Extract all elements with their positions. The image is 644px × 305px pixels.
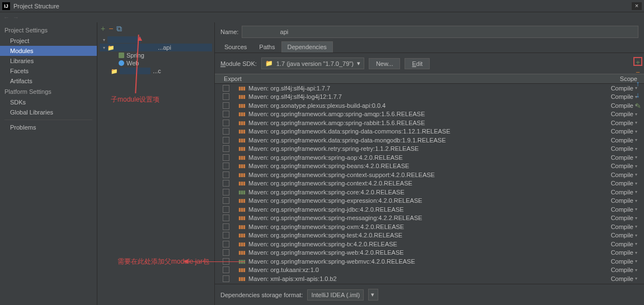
sidebar-item-problems[interactable]: Problems bbox=[0, 122, 97, 132]
dependency-row[interactable]: ▮▮▮Maven: org.springframework:spring-oxm… bbox=[215, 222, 644, 231]
export-checkbox[interactable] bbox=[223, 154, 229, 161]
dependency-row[interactable]: ▮▮▮Maven: org.springframework:spring-exp… bbox=[215, 197, 644, 206]
scope-combo[interactable]: Compile ▾ bbox=[611, 120, 637, 126]
dependency-row[interactable]: ▮▮▮Maven: org.slf4j:slf4j-api:1.7.7Compi… bbox=[215, 84, 644, 93]
export-checkbox[interactable] bbox=[223, 145, 229, 152]
scope-combo[interactable]: Compile ▾ bbox=[611, 180, 637, 187]
export-checkbox[interactable] bbox=[223, 266, 229, 273]
export-checkbox[interactable] bbox=[223, 215, 229, 221]
module-name-input[interactable] bbox=[242, 26, 638, 38]
dependency-row[interactable]: ▮▮▮Maven: org.springframework:spring-jdb… bbox=[215, 205, 644, 214]
export-checkbox[interactable] bbox=[223, 120, 229, 126]
scope-combo[interactable]: Compile ▾ bbox=[611, 145, 637, 152]
add-dependency-icon[interactable]: + bbox=[633, 57, 642, 66]
copy-module-icon[interactable]: ⧉ bbox=[116, 24, 122, 34]
dependency-row[interactable]: ▮▮▮Maven: org.springframework:spring-tes… bbox=[215, 231, 644, 240]
export-checkbox[interactable] bbox=[223, 189, 229, 196]
sidebar-item-project[interactable]: Project bbox=[0, 36, 97, 46]
dependency-row[interactable]: ▮▮▮Maven: org.sonatype.plexus:plexus-bui… bbox=[215, 101, 644, 110]
export-checkbox[interactable] bbox=[223, 85, 229, 92]
scope-combo[interactable]: Compile ▾ bbox=[611, 137, 637, 144]
export-checkbox[interactable] bbox=[223, 102, 229, 109]
sidebar-item-modules[interactable]: Modules bbox=[0, 46, 97, 56]
scope-combo[interactable]: Compile ▾ bbox=[611, 128, 637, 135]
sidebar-item-artifacts[interactable]: Artifacts bbox=[0, 76, 97, 86]
scope-combo[interactable]: Compile ▾ bbox=[611, 249, 637, 256]
scope-combo[interactable]: Compile ▾ bbox=[611, 275, 637, 282]
close-icon[interactable]: × bbox=[632, 2, 642, 10]
new-sdk-button[interactable]: New... bbox=[369, 58, 401, 69]
dependency-row[interactable]: ▮▮▮ -public-0.0.1-SNAPSHOTCompile ▾ bbox=[215, 283, 644, 284]
tree-row[interactable]: Web bbox=[100, 59, 212, 67]
sdk-combo[interactable]: 📁 1.7 (java version "1.7.0_79") ▾ bbox=[261, 58, 364, 69]
sidebar-item-facets[interactable]: Facets bbox=[0, 66, 97, 76]
move-up-icon[interactable]: ↑ bbox=[633, 79, 642, 88]
export-checkbox[interactable] bbox=[223, 232, 229, 239]
export-checkbox[interactable] bbox=[223, 137, 229, 144]
dependency-row[interactable]: ▮▮▮Maven: org.springframework.data:sprin… bbox=[215, 136, 644, 145]
dependency-row[interactable]: ▮▮▮Maven: org.springframework:spring-mes… bbox=[215, 214, 644, 223]
export-checkbox[interactable] bbox=[223, 258, 229, 265]
scope-combo[interactable]: Compile ▾ bbox=[611, 258, 637, 265]
dependency-row[interactable]: ▮▮▮Maven: org.springframework:spring-con… bbox=[215, 179, 644, 188]
export-checkbox[interactable] bbox=[223, 93, 229, 100]
dependency-row[interactable]: ▮▮▮Maven: org.springframework:spring-web… bbox=[215, 249, 644, 258]
export-checkbox[interactable] bbox=[223, 206, 229, 213]
export-checkbox[interactable] bbox=[223, 223, 229, 230]
dependency-row[interactable]: ▮▮▮Maven: org.springframework:spring-cor… bbox=[215, 188, 644, 197]
storage-combo[interactable]: IntelliJ IDEA (.iml) bbox=[307, 289, 364, 301]
dependency-row[interactable]: ▮▮▮Maven: org.tukaani:xz:1.0Compile ▾ bbox=[215, 266, 644, 275]
scope-combo[interactable]: Compile ▾ bbox=[611, 241, 637, 247]
move-down-icon[interactable]: ↓ bbox=[633, 90, 642, 99]
export-checkbox[interactable] bbox=[223, 197, 229, 204]
scope-combo[interactable]: Compile ▾ bbox=[611, 189, 637, 196]
scope-combo[interactable]: Compile ▾ bbox=[611, 163, 637, 169]
add-module-icon[interactable]: + bbox=[101, 24, 105, 33]
scope-combo[interactable]: Compile ▾ bbox=[611, 171, 637, 178]
export-checkbox[interactable] bbox=[223, 275, 229, 282]
dependency-row[interactable]: ▮▮▮Maven: org.springframework:spring-bea… bbox=[215, 162, 644, 171]
scope-combo[interactable]: Compile ▾ bbox=[611, 111, 637, 117]
export-checkbox[interactable] bbox=[223, 180, 229, 187]
edit-dependency-icon[interactable]: ✎ bbox=[633, 102, 642, 111]
tab-paths[interactable]: Paths bbox=[253, 41, 281, 53]
dependency-row[interactable]: ▮▮▮Maven: org.springframework.retry:spri… bbox=[215, 145, 644, 154]
remove-module-icon[interactable]: − bbox=[109, 24, 113, 33]
dependency-row[interactable]: ▮▮▮Maven: org.springframework:spring-tx:… bbox=[215, 240, 644, 249]
scope-combo[interactable]: Compile ▾ bbox=[611, 215, 637, 221]
dependency-row[interactable]: ▮▮▮Maven: org.springframework.data:sprin… bbox=[215, 127, 644, 136]
tree-row[interactable]: ▾ bbox=[100, 36, 212, 44]
back-icon[interactable]: ← bbox=[3, 14, 10, 21]
storage-dropdown-icon[interactable]: ▾ bbox=[368, 289, 378, 301]
tree-row[interactable]: Spring bbox=[100, 51, 212, 59]
export-checkbox[interactable] bbox=[223, 111, 229, 117]
dependency-row[interactable]: ▮▮▮Maven: org.springframework.amqp:sprin… bbox=[215, 110, 644, 119]
sidebar-item-sdks[interactable]: SDKs bbox=[0, 97, 97, 107]
remove-dependency-icon[interactable]: − bbox=[633, 68, 642, 77]
tree-row[interactable]: ▾📁...api bbox=[100, 44, 212, 51]
scope-combo[interactable]: Compile ▾ bbox=[611, 266, 637, 273]
tab-sources[interactable]: Sources bbox=[218, 41, 253, 53]
dependency-row[interactable]: ▮▮▮Maven: xml-apis:xml-apis:1.0.b2Compil… bbox=[215, 274, 644, 283]
scope-combo[interactable]: Compile ▾ bbox=[611, 223, 637, 230]
edit-sdk-button[interactable]: Edit bbox=[405, 58, 430, 69]
export-checkbox[interactable] bbox=[223, 128, 229, 135]
scope-combo[interactable]: Compile ▾ bbox=[611, 197, 637, 204]
dependency-row[interactable]: ▮▮▮Maven: org.springframework:spring-con… bbox=[215, 170, 644, 179]
dependency-row[interactable]: ▮▮▮Maven: org.slf4j:slf4j-log4j12:1.7.7C… bbox=[215, 93, 644, 102]
sidebar-item-libraries[interactable]: Libraries bbox=[0, 56, 97, 66]
header-export[interactable]: Export bbox=[222, 75, 244, 82]
tab-dependencies[interactable]: Dependencies bbox=[281, 41, 333, 53]
dependency-row[interactable]: ▮▮▮Maven: org.springframework:spring-aop… bbox=[215, 153, 644, 162]
tree-row[interactable]: 📁...c bbox=[100, 67, 212, 75]
export-checkbox[interactable] bbox=[223, 171, 229, 178]
forward-icon[interactable]: → bbox=[13, 14, 19, 21]
scope-combo[interactable]: Compile ▾ bbox=[611, 206, 637, 213]
dependency-row[interactable]: ▮▮▮Maven: org.springframework.amqp:sprin… bbox=[215, 118, 644, 127]
dependency-row[interactable]: ▮▮▮Maven: org.springframework:spring-web… bbox=[215, 257, 644, 266]
export-checkbox[interactable] bbox=[223, 163, 229, 169]
sidebar-item-global-libraries[interactable]: Global Libraries bbox=[0, 107, 97, 117]
export-checkbox[interactable] bbox=[223, 249, 229, 256]
scope-combo[interactable]: Compile ▾ bbox=[611, 232, 637, 239]
scope-combo[interactable]: Compile ▾ bbox=[611, 154, 637, 161]
